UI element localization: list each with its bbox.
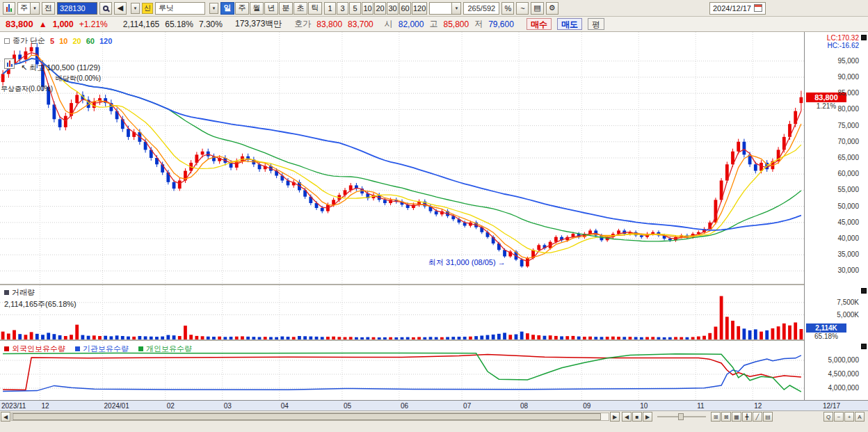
zoom-slider[interactable] — [657, 413, 706, 420]
ma-legend: 종가 단순 5102060120 — [4, 35, 112, 46]
ma-legend-120: 120 — [99, 37, 112, 45]
playback-button-1[interactable]: ■ — [632, 412, 642, 422]
chart-type-icon[interactable] — [3, 2, 15, 15]
x-axis-label: 02 — [167, 402, 175, 410]
pane-separator[interactable] — [0, 284, 868, 285]
current-volume-pct: 65.18% — [806, 333, 846, 341]
main-pane-collapse-button[interactable] — [861, 35, 867, 40]
volume-tick-label: 5,000K — [837, 311, 859, 319]
interval-button-60[interactable]: 60 — [399, 2, 411, 15]
x-axis-label: 11 — [697, 402, 704, 410]
crosshair-icon[interactable]: ╋ — [742, 412, 752, 422]
zoom-area-icon[interactable]: ⊞ — [711, 412, 721, 422]
holdings-legend-item: 기관보유수량 — [75, 344, 129, 354]
price-change-pct: +1.21% — [79, 19, 108, 29]
holdings-legend-item: 개인보유수량 — [138, 344, 192, 354]
period-button-틱[interactable]: 틱 — [308, 2, 322, 15]
chart-scrollbar[interactable] — [11, 413, 609, 421]
price-chart-svg[interactable] — [0, 32, 804, 284]
zoom-in-button[interactable]: + — [844, 412, 854, 422]
percent-icon[interactable]: % — [501, 2, 514, 15]
ma-legend-5: 5 — [50, 37, 54, 45]
stock-history-dropdown[interactable] — [129, 2, 140, 15]
grid-icon[interactable]: ▦ — [732, 412, 741, 422]
period-button-주[interactable]: 주 — [235, 2, 249, 15]
interval-button-1[interactable]: 1 — [324, 2, 336, 15]
x-axis-label: 2023/11 — [1, 402, 26, 410]
pane-separator[interactable] — [0, 339, 868, 341]
trendline-icon[interactable]: ╱ — [753, 412, 762, 422]
scroll-left-button[interactable]: ◀ — [1, 412, 10, 422]
interval-button-30[interactable]: 30 — [387, 2, 399, 15]
avg-button[interactable]: 평 — [588, 18, 604, 30]
ma-legend-60: 60 — [86, 37, 95, 45]
holdings-legend-item: 외국인보유수량 — [4, 344, 65, 354]
mini-bars-icon — [6, 4, 12, 12]
x-axis-label: 03 — [224, 402, 232, 410]
select-box-icon[interactable]: ⊠ — [721, 412, 731, 422]
scrollbar-thumb[interactable] — [13, 413, 601, 420]
buy-button[interactable]: 매수 — [527, 18, 552, 30]
settings-icon[interactable]: ⚙ — [546, 2, 558, 15]
axis-col: LC:170.32 HC:-16.62 83,800 1.21% 2,114K … — [804, 32, 868, 400]
volume-chart-svg[interactable] — [0, 285, 804, 339]
holdings-tick-label: 5,000,000 — [828, 356, 860, 364]
sell-button[interactable]: 매도 — [557, 18, 582, 30]
price-tick-label: 45,000 — [837, 218, 859, 226]
magnifier-icon[interactable]: Q — [823, 412, 833, 422]
quote-bar: 83,800 ▲ 1,000 +1.21% 2,114,165 65.18% 7… — [0, 17, 868, 32]
stock-name-field[interactable]: 루닛 — [155, 2, 205, 15]
high-label: 고 — [429, 18, 437, 30]
bar-position-field[interactable]: 265/592 — [463, 2, 499, 15]
mini-chart-tool-icon[interactable] — [4, 58, 15, 69]
scroll-right-button[interactable]: ▶ — [610, 412, 620, 422]
period-button-월[interactable]: 월 — [250, 2, 264, 15]
zoom-out-button[interactable]: − — [834, 412, 844, 422]
chart-date-field[interactable]: 2024/12/17 — [709, 2, 766, 15]
interval-button-3[interactable]: 3 — [337, 2, 348, 15]
playback-buttons: ◀■▶ — [622, 412, 652, 422]
zoom-slider-thumb[interactable] — [678, 413, 684, 420]
zoom-buttons: Q−+A — [823, 412, 865, 422]
holdings-pane-collapse-button[interactable] — [861, 344, 867, 349]
period-button-년[interactable]: 년 — [264, 2, 278, 15]
chart-region: 종가 단순 5102060120 ↖ 최고 100,500 (11/29) 배당… — [0, 32, 868, 410]
save-icon[interactable]: ▤ — [531, 2, 543, 15]
chart-style-combo[interactable] — [429, 2, 461, 15]
interval-buttons: 13510203060120 — [324, 2, 427, 15]
wave-tool-icon[interactable]: ~ — [516, 2, 529, 15]
interval-button-10[interactable]: 10 — [362, 2, 373, 15]
x-axis-label: 06 — [401, 402, 408, 410]
market-type-value: 주 — [20, 3, 28, 13]
interval-button-5[interactable]: 5 — [349, 2, 361, 15]
playback-button-2[interactable]: ▶ — [643, 412, 652, 422]
market-type-combo[interactable]: 주 — [17, 2, 40, 15]
volume-value: 2,114,165 — [123, 19, 160, 29]
trade-value: 173,373백만 — [235, 18, 282, 30]
price-tick-label: 70,000 — [837, 138, 859, 145]
current-price: 83,800 — [6, 19, 33, 29]
auto-scale-button[interactable]: A — [855, 412, 865, 422]
bonus-issue-annotation: 무상증자(0.00%) — [1, 84, 53, 94]
interval-button-20[interactable]: 20 — [374, 2, 386, 15]
period-button-일[interactable]: 일 — [220, 2, 234, 15]
jeon-button[interactable]: 전 — [42, 2, 55, 15]
high-annotation: ↖ 최고 100,500 (11/29) — [21, 63, 100, 73]
playback-button-0[interactable]: ◀ — [622, 412, 632, 422]
interval-button-120[interactable]: 120 — [412, 2, 427, 15]
low-price: 79,600 — [488, 19, 514, 29]
panel-layout-icon[interactable]: ▤ — [763, 412, 773, 422]
price-tick-label: 75,000 — [837, 122, 859, 129]
period-button-분[interactable]: 분 — [279, 2, 293, 15]
chevron-down-icon — [451, 3, 460, 14]
period-button-초[interactable]: 초 — [294, 2, 307, 15]
stock-name-value: 루닛 — [159, 3, 174, 13]
volume-pane-collapse-button[interactable] — [861, 288, 867, 294]
stock-name-dropdown[interactable] — [207, 2, 218, 15]
current-volume-box: 2,114K — [806, 323, 846, 333]
price-tick-label: 95,000 — [837, 57, 859, 65]
stock-code-input[interactable]: 328130 — [57, 2, 97, 15]
prev-stock-button[interactable]: ◀ — [114, 2, 127, 15]
search-icon[interactable] — [99, 2, 112, 15]
volume-subtitle: 2,114,165주(65.18%) — [4, 299, 77, 310]
